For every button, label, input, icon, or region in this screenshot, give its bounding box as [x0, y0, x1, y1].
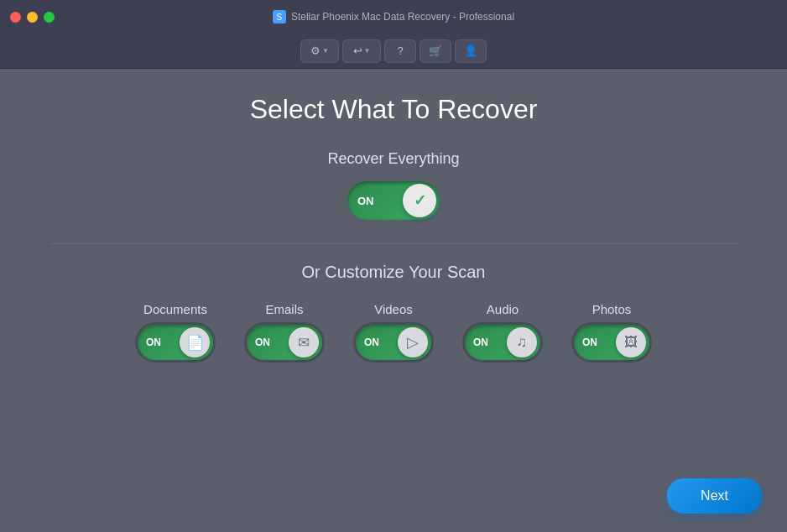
- audio-icon: ♫: [517, 334, 528, 351]
- check-icon: ✓: [414, 191, 426, 210]
- emails-label: Emails: [265, 302, 303, 316]
- recover-everything-toggle-container: ON OFF ✓: [347, 181, 440, 220]
- settings-button[interactable]: ⚙ ▼: [300, 39, 339, 63]
- category-emails: Emails ON ✉: [247, 302, 322, 360]
- audio-label: Audio: [487, 302, 519, 316]
- photos-icon: 🖼: [624, 335, 638, 350]
- category-documents: Documents ON 📄: [138, 302, 213, 360]
- customize-label: Or Customize Your Scan: [302, 263, 486, 282]
- documents-toggle-label: ON: [146, 336, 161, 348]
- account-icon: 👤: [464, 44, 477, 57]
- documents-icon: 📄: [186, 334, 204, 352]
- categories-row: Documents ON 📄 Emails ON ✉ Videos ON: [138, 302, 649, 360]
- close-button[interactable]: [10, 12, 21, 23]
- videos-icon: ▷: [407, 333, 419, 352]
- documents-toggle-thumb: 📄: [180, 327, 210, 357]
- main-content: Select What To Recover Recover Everythin…: [0, 69, 787, 377]
- category-audio: Audio ON ♫: [465, 302, 540, 360]
- photos-label: Photos: [592, 302, 632, 316]
- audio-toggle[interactable]: ON ♫: [465, 325, 540, 360]
- app-icon: S: [273, 10, 286, 23]
- cart-icon: 🛒: [429, 44, 442, 57]
- recover-everything-label: Recover Everything: [327, 150, 459, 168]
- toggle-on-label: ON: [357, 195, 374, 207]
- emails-icon: ✉: [298, 334, 310, 352]
- cart-button[interactable]: 🛒: [420, 39, 451, 63]
- help-icon: ?: [397, 44, 403, 57]
- maximize-button[interactable]: [44, 12, 55, 23]
- help-button[interactable]: ?: [384, 39, 416, 63]
- window-title: S Stellar Phoenix Mac Data Recovery - Pr…: [273, 10, 514, 23]
- titlebar: S Stellar Phoenix Mac Data Recovery - Pr…: [0, 0, 787, 34]
- toolbar: ⚙ ▼ ↩ ▼ ? 🛒 👤: [0, 34, 787, 69]
- settings-icon: ⚙: [310, 44, 321, 57]
- photos-toggle-label: ON: [582, 336, 597, 348]
- videos-toggle[interactable]: ON ▷: [356, 325, 431, 360]
- traffic-lights: [10, 12, 55, 23]
- history-icon: ↩: [353, 44, 362, 57]
- documents-label: Documents: [143, 302, 207, 316]
- videos-label: Videos: [374, 302, 413, 316]
- audio-toggle-label: ON: [473, 336, 488, 348]
- minimize-button[interactable]: [27, 12, 38, 23]
- emails-toggle-thumb: ✉: [289, 327, 319, 357]
- photos-toggle-thumb: 🖼: [616, 327, 646, 357]
- documents-toggle[interactable]: ON 📄: [138, 325, 213, 360]
- settings-chevron: ▼: [322, 47, 329, 55]
- page-title: Select What To Recover: [250, 94, 538, 125]
- category-photos: Photos ON 🖼: [574, 302, 649, 360]
- history-button[interactable]: ↩ ▼: [342, 39, 381, 63]
- videos-toggle-label: ON: [364, 336, 379, 348]
- toggle-thumb: ✓: [403, 184, 436, 217]
- section-divider: [50, 243, 737, 244]
- next-button[interactable]: Next: [667, 478, 762, 514]
- videos-toggle-thumb: ▷: [398, 327, 428, 357]
- emails-toggle-label: ON: [255, 336, 270, 348]
- history-chevron: ▼: [364, 47, 371, 55]
- category-videos: Videos ON ▷: [356, 302, 431, 360]
- recover-everything-toggle[interactable]: ON OFF ✓: [347, 181, 440, 220]
- account-button[interactable]: 👤: [455, 39, 487, 63]
- emails-toggle[interactable]: ON ✉: [247, 325, 322, 360]
- photos-toggle[interactable]: ON 🖼: [574, 325, 649, 360]
- audio-toggle-thumb: ♫: [507, 327, 537, 357]
